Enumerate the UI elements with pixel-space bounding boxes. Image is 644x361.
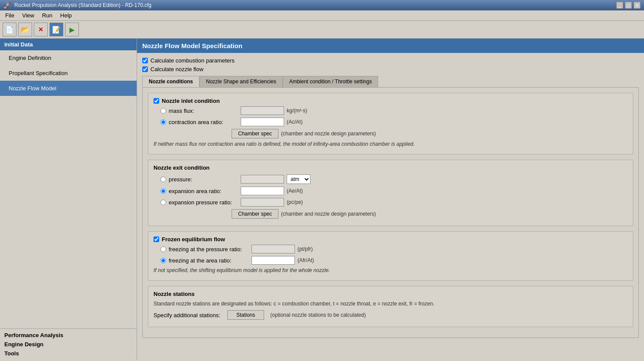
exit-condition-section: Nozzle exit condition pressure: atm bar … bbox=[148, 160, 633, 226]
expansion-area-ratio-input[interactable]: 36.87 bbox=[241, 187, 284, 195]
titlebar: 🚀 Rocket Propulsion Analysis (Standard E… bbox=[0, 0, 644, 10]
calc-combustion-checkbox[interactable] bbox=[142, 58, 148, 63]
stations-row: Specify additional stations: Stations (o… bbox=[154, 310, 628, 320]
freezing-pressure-radio[interactable] bbox=[160, 246, 166, 252]
app-icon: 🚀 bbox=[3, 2, 11, 9]
expansion-pressure-ratio-label: expansion pressure ratio: bbox=[169, 199, 238, 206]
exit-pressure-unit-select[interactable]: atm bar MPa psia bbox=[287, 174, 311, 184]
calc-nozzle-checkbox[interactable] bbox=[142, 66, 148, 72]
exit-pressure-row: pressure: atm bar MPa psia bbox=[160, 174, 628, 184]
freezing-area-label: freezing at the area ratio: bbox=[169, 257, 249, 264]
performance-analysis-item[interactable]: Performance Analysis bbox=[3, 331, 133, 340]
menu-view[interactable]: View bbox=[19, 11, 38, 20]
specify-stations-label: Specify additional stations: bbox=[154, 312, 220, 318]
calc-combustion-label: Calculate combustion parameters bbox=[150, 57, 235, 64]
inlet-condition-section: Nozzle inlet condition mass flux: kg/(m²… bbox=[148, 93, 633, 154]
sidebar-item-nozzle-flow-model[interactable]: Nozzle Flow Model bbox=[0, 81, 137, 96]
frozen-section: Frozen equilibrium flow freezing at the … bbox=[148, 231, 633, 281]
exit-pressure-radio[interactable] bbox=[160, 177, 166, 182]
exit-chamber-spec-row: Chamber spec (chamber and nozzle design … bbox=[232, 209, 628, 219]
menubar: File View Run Help bbox=[0, 10, 644, 21]
expansion-area-ratio-unit: (Ae/At) bbox=[287, 188, 303, 194]
editor-button[interactable]: 📝 bbox=[49, 23, 63, 36]
exit-pressure-input[interactable] bbox=[241, 175, 284, 184]
freezing-area-input[interactable]: 1.3 bbox=[252, 256, 295, 265]
bottom-nav: Performance Analysis Engine Design Tools bbox=[0, 328, 137, 360]
frozen-info-text: If not specified, the shifting equilibri… bbox=[154, 267, 628, 273]
close-file-button[interactable]: ✕ bbox=[34, 23, 48, 36]
expansion-pressure-ratio-input[interactable] bbox=[241, 198, 284, 207]
stations-title: Nozzle stations bbox=[154, 291, 628, 297]
open-button[interactable]: 📂 bbox=[18, 23, 32, 36]
titlebar-title: Rocket Propulsion Analysis (Standard Edi… bbox=[14, 2, 151, 8]
expansion-pressure-ratio-row: expansion pressure ratio: (pc/pe) bbox=[160, 198, 628, 207]
mass-flux-radio[interactable] bbox=[160, 108, 166, 114]
tab-nozzle-conditions[interactable]: Nozzle conditions bbox=[142, 76, 199, 87]
sidebar-item-engine-definition[interactable]: Engine Definition bbox=[0, 50, 137, 66]
freezing-area-row: freezing at the area ratio: 1.3 (Afr/At) bbox=[160, 256, 628, 265]
nozzle-inlet-title-row: Nozzle inlet condition bbox=[154, 98, 628, 104]
close-button[interactable]: ✕ bbox=[634, 2, 641, 9]
freezing-pressure-label: freezing at the pressure ratio: bbox=[169, 246, 249, 253]
contraction-ratio-label: contraction area ratio: bbox=[169, 119, 238, 125]
contraction-ratio-radio[interactable] bbox=[160, 119, 166, 125]
tab-bar: Nozzle conditions Nozzle Shape and Effic… bbox=[142, 76, 639, 87]
mass-flux-unit: kg/(m²·s) bbox=[287, 108, 307, 114]
minimize-button[interactable]: _ bbox=[616, 2, 623, 9]
new-button[interactable]: 📄 bbox=[3, 23, 16, 36]
expansion-pressure-ratio-radio[interactable] bbox=[160, 200, 166, 205]
mass-flux-row: mass flux: kg/(m²·s) bbox=[160, 106, 628, 115]
expansion-area-ratio-label: expansion area ratio: bbox=[169, 188, 238, 194]
tab-panel-nozzle-conditions: Nozzle inlet condition mass flux: kg/(m²… bbox=[142, 87, 639, 338]
sidebar: Initial Data Engine Definition Propellan… bbox=[0, 39, 137, 360]
inlet-chamber-spec-desc: (chamber and nozzle design parameters) bbox=[281, 131, 376, 137]
engine-design-item[interactable]: Engine Design bbox=[3, 340, 133, 349]
tab-nozzle-shape[interactable]: Nozzle Shape and Efficiencies bbox=[199, 76, 283, 87]
contraction-ratio-row: contraction area ratio: 2.6 (Ac/At) bbox=[160, 118, 628, 126]
maximize-button[interactable]: □ bbox=[625, 2, 632, 9]
menu-help[interactable]: Help bbox=[57, 11, 75, 20]
freezing-area-radio[interactable] bbox=[160, 258, 166, 263]
mass-flux-input[interactable] bbox=[241, 106, 284, 115]
freezing-area-unit: (Afr/At) bbox=[297, 257, 314, 263]
sidebar-header: Initial Data bbox=[0, 39, 137, 50]
main-layout: Initial Data Engine Definition Propellan… bbox=[0, 39, 644, 360]
exit-chamber-spec-button[interactable]: Chamber spec bbox=[232, 209, 278, 219]
contraction-ratio-unit: (Ac/At) bbox=[287, 119, 303, 125]
freezing-pressure-unit: (pt/pfr) bbox=[297, 246, 313, 252]
menu-run[interactable]: Run bbox=[39, 11, 56, 20]
frozen-title-row: Frozen equilibrium flow bbox=[154, 236, 628, 243]
exit-chamber-spec-desc: (chamber and nozzle design parameters) bbox=[281, 211, 376, 217]
stations-button[interactable]: Stations bbox=[227, 310, 264, 320]
exit-pressure-label: pressure: bbox=[169, 176, 238, 183]
content-area: Nozzle Flow Model Specification Calculat… bbox=[137, 39, 644, 360]
freezing-pressure-input[interactable] bbox=[252, 245, 295, 253]
menu-file[interactable]: File bbox=[2, 11, 18, 20]
contraction-ratio-input[interactable]: 2.6 bbox=[241, 118, 284, 126]
content-body: Calculate combustion parameters Calculat… bbox=[137, 53, 644, 342]
expansion-pressure-ratio-unit: (pc/pe) bbox=[287, 199, 303, 205]
tools-item[interactable]: Tools bbox=[3, 349, 133, 358]
inlet-chamber-spec-row: Chamber spec (chamber and nozzle design … bbox=[232, 129, 628, 138]
sidebar-item-propellant-specification[interactable]: Propellant Specification bbox=[0, 66, 137, 81]
expansion-area-ratio-row: expansion area ratio: 36.87 (Ae/At) bbox=[160, 187, 628, 195]
nozzle-inlet-checkbox[interactable] bbox=[154, 98, 159, 104]
mass-flux-label: mass flux: bbox=[169, 108, 238, 114]
exit-condition-title: Nozzle exit condition bbox=[154, 164, 628, 171]
stations-section: Nozzle stations Standard nozzle stations… bbox=[148, 286, 633, 327]
expansion-area-ratio-radio[interactable] bbox=[160, 188, 166, 194]
stations-description: Standard nozzle stations are designated … bbox=[154, 301, 628, 307]
frozen-title-label: Frozen equilibrium flow bbox=[162, 236, 225, 243]
run-button[interactable]: ▶ bbox=[65, 23, 79, 36]
frozen-checkbox[interactable] bbox=[154, 236, 159, 242]
content-header: Nozzle Flow Model Specification bbox=[137, 39, 644, 53]
calc-combustion-row: Calculate combustion parameters bbox=[142, 57, 639, 64]
tab-ambient-condition[interactable]: Ambient condition / Throttle settings bbox=[283, 76, 379, 87]
stations-desc: (optional nozzle stations to be calculat… bbox=[270, 312, 366, 318]
inlet-info-text: If neither mass flux nor contraction are… bbox=[154, 141, 628, 147]
toolbar: 📄 📂 ✕ 📝 ▶ bbox=[0, 21, 644, 39]
inlet-chamber-spec-button[interactable]: Chamber spec bbox=[232, 129, 278, 138]
freezing-pressure-row: freezing at the pressure ratio: (pt/pfr) bbox=[160, 245, 628, 253]
titlebar-controls[interactable]: _ □ ✕ bbox=[616, 2, 641, 9]
nozzle-inlet-label: Nozzle inlet condition bbox=[162, 98, 220, 104]
